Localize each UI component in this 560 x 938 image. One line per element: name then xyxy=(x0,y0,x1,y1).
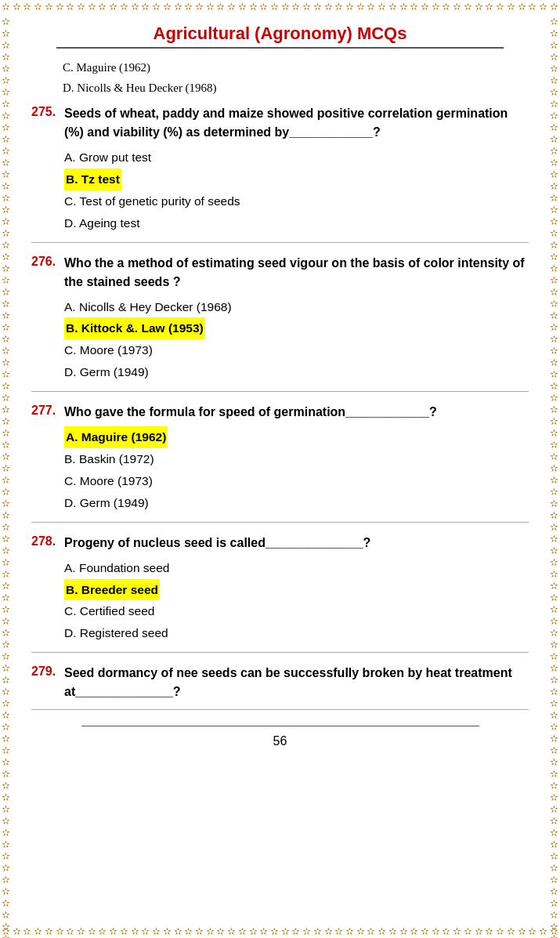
main-content: Agricultural (Agronomy) MCQs C. Maguire … xyxy=(31,24,529,748)
page-number: 56 xyxy=(31,734,529,748)
option-275-0: A. Grow put test xyxy=(64,147,529,168)
page: ✫✫✫✫✫✫✫✫✫✫✫✫✫✫✫✫✫✫✫✫✫✫✫✫✫✫✫✫✫✫✫✫✫✫✫✫✫✫✫✫… xyxy=(0,0,560,938)
options-276: A. Nicolls & Hey Decker (1968)B. Kittock… xyxy=(64,296,529,384)
question-number-276: 276. xyxy=(31,255,64,269)
option-276-2: C. Moore (1973) xyxy=(64,339,529,361)
prev-answer-d: D. Nicolls & Heu Decker (1968) xyxy=(63,78,529,99)
option-277-2: C. Moore (1973) xyxy=(64,470,529,492)
question-divider-277 xyxy=(31,522,529,523)
option-278-0: A. Foundation seed xyxy=(64,557,529,579)
question-text-275: Seeds of wheat, paddy and maize showed p… xyxy=(64,104,529,142)
question-block-278: 278.Progeny of nucleus seed is called___… xyxy=(31,534,529,654)
footer-line xyxy=(81,726,479,726)
option-275-3: D. Ageing test xyxy=(64,212,529,234)
options-277: A. Maguire (1962)B. Baskin (1972)C. Moor… xyxy=(64,426,529,514)
question-block-276: 276.Who the a method of estimating seed … xyxy=(31,254,529,393)
question-divider-275 xyxy=(31,242,529,243)
question-block-279: 279.Seed dormancy of nee seeds can be su… xyxy=(31,664,529,710)
questions-container: 275.Seeds of wheat, paddy and maize show… xyxy=(31,104,529,710)
prev-answer-c: C. Maguire (1962) xyxy=(63,58,529,78)
options-275: A. Grow put testB. Tz testC. Test of gen… xyxy=(64,147,529,234)
option-276-1: B. Kittock &. Law (1953) xyxy=(64,317,205,339)
title-divider xyxy=(56,47,504,49)
question-divider-276 xyxy=(31,391,529,392)
option-277-3: D. Germ (1949) xyxy=(64,492,529,514)
question-text-278: Progeny of nucleus seed is called_______… xyxy=(64,534,529,552)
question-text-277: Who gave the formula for speed of germin… xyxy=(64,403,529,422)
option-275-2: C. Test of genetic purity of seeds xyxy=(64,190,529,212)
question-text-279: Seed dormancy of nee seeds can be succes… xyxy=(64,664,529,701)
option-275-1: B. Tz test xyxy=(64,168,121,190)
prev-answers: C. Maguire (1962) D. Nicolls & Heu Decke… xyxy=(63,58,529,98)
question-block-277: 277.Who gave the formula for speed of ge… xyxy=(31,403,529,523)
question-text-276: Who the a method of estimating seed vigo… xyxy=(64,254,529,292)
option-278-3: D. Registered seed xyxy=(64,622,529,644)
option-276-0: A. Nicolls & Hey Decker (1968) xyxy=(64,296,529,318)
question-number-277: 277. xyxy=(31,404,64,418)
question-number-279: 279. xyxy=(31,665,64,679)
question-number-278: 278. xyxy=(31,534,64,549)
options-278: A. Foundation seedB. Breeder seedC. Cert… xyxy=(64,557,529,645)
question-number-275: 275. xyxy=(31,105,64,119)
question-divider-278 xyxy=(31,652,529,653)
option-278-1: B. Breeder seed xyxy=(64,579,160,601)
option-276-3: D. Germ (1949) xyxy=(64,361,529,383)
question-block-275: 275.Seeds of wheat, paddy and maize show… xyxy=(31,104,529,243)
question-divider-279 xyxy=(31,709,529,710)
option-277-1: B. Baskin (1972) xyxy=(64,448,529,470)
option-277-0: A. Maguire (1962) xyxy=(64,426,168,448)
page-title: Agricultural (Agronomy) MCQs xyxy=(31,24,529,44)
option-278-2: C. Certified seed xyxy=(64,600,529,622)
